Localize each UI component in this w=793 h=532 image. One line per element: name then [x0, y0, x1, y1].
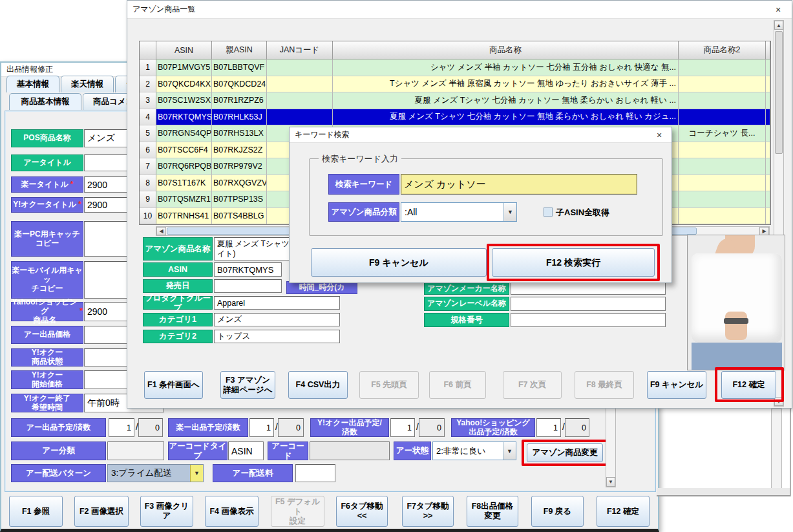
search-dialog-titlebar[interactable]: キーワード検索: [290, 127, 671, 143]
parent-asin-cell[interactable]: B07RKJZS2Z: [212, 142, 267, 159]
product-name2-cell[interactable]: コーチシャツ 長...: [679, 125, 766, 142]
asin-cell[interactable]: B07TQSMZR1: [156, 191, 212, 208]
close-icon[interactable]: ×: [651, 129, 668, 141]
parent-asin-cell[interactable]: B07RHLK53J: [212, 109, 267, 126]
product-group-value[interactable]: Apparel: [214, 296, 340, 310]
code-type-value[interactable]: ASIN: [228, 442, 264, 460]
f8-change-listing-price-button[interactable]: F8出品価格 変更: [467, 496, 518, 527]
tab-basic-info[interactable]: 基本情報: [6, 76, 59, 92]
parent-asin-cell[interactable]: B07TPSP13S: [212, 191, 267, 208]
scroll-up-icon[interactable]: ▲: [774, 21, 783, 30]
f3-clear-image-button[interactable]: F3 画像クリア: [140, 496, 193, 527]
f9-cancel-button[interactable]: F9 キャンセル: [311, 248, 487, 277]
f9-back-button[interactable]: F9 戻る: [531, 496, 584, 527]
product-name-cell[interactable]: シャツ メンズ 半袖 カットソー 七分袖 五分袖 おしゃれ 快適な 無...: [333, 59, 679, 76]
code-input[interactable]: [310, 442, 390, 460]
product-name-cell[interactable]: Tシャツ メンズ 半袖 原宿風 カットソー 無地 ゆったり おおきいサイズ 薄手…: [333, 76, 679, 93]
column-header[interactable]: 商品名称: [333, 41, 679, 59]
tab-product-basic-info[interactable]: 商品基本情報: [9, 93, 81, 110]
amazon-maker-name-value[interactable]: [511, 282, 666, 295]
column-header[interactable]: [766, 41, 770, 59]
asin-cell[interactable]: B07TSCC6F4: [156, 142, 212, 159]
parent-asin-cell[interactable]: B07QKDCD24: [212, 76, 267, 93]
asin-value[interactable]: B07RKTQMYS: [214, 262, 282, 277]
chevron-down-icon[interactable]: ▼: [190, 465, 203, 482]
parent-asin-cell[interactable]: B07TS4BBLG: [212, 208, 267, 225]
amazon-product-change-button[interactable]: アマゾン商品変更: [527, 443, 603, 462]
tab-rakuten-info[interactable]: 楽天情報: [61, 76, 114, 92]
table-row[interactable]: 1B07P1MVGY5B07LBBTQVFシャツ メンズ 半袖 カットソー 七分…: [140, 59, 770, 76]
amazon-category-filter-select[interactable]: :All ▼: [401, 202, 517, 222]
product-name2-cell[interactable]: [679, 175, 766, 192]
jan-code-cell[interactable]: [267, 59, 333, 76]
shipping-pattern-select[interactable]: 3:プライム配送 ▼: [107, 464, 204, 482]
shipping-fee-input[interactable]: [295, 464, 335, 482]
chevron-down-icon[interactable]: ▼: [503, 203, 516, 221]
amazon-category-input[interactable]: [107, 442, 164, 460]
f12-confirm-button[interactable]: F12 確定: [721, 371, 776, 399]
close-icon[interactable]: ×: [770, 4, 787, 16]
product-name-cell[interactable]: 夏服 メンズ Tシャツ 七分袖 カットソー 無地 柔らかい おしゃれ 軽い ..…: [333, 92, 679, 109]
product-name2-cell[interactable]: [679, 208, 766, 225]
amazon-window-titlebar[interactable]: アマゾン商品一覧: [127, 1, 792, 19]
parent-asin-cell[interactable]: B07RP979V2: [212, 158, 267, 175]
count-done-amazon-listing-count[interactable]: 0: [138, 418, 163, 437]
asin-cell[interactable]: B07RQ6RPQB: [156, 158, 212, 175]
f1-browse-button[interactable]: F1 参照: [9, 496, 63, 527]
search-keyword-input[interactable]: メンズ カットソー: [401, 174, 637, 195]
asin-cell[interactable]: B07RGNS4QP: [156, 125, 212, 142]
scrollbar-thumb[interactable]: [775, 31, 783, 154]
standard-number-value[interactable]: [511, 313, 666, 327]
parent-asin-cell[interactable]: B07RHS13LX: [212, 125, 267, 142]
product-name2-cell[interactable]: [679, 76, 766, 93]
f9-cancel-button[interactable]: F9 キャンセル: [647, 371, 706, 399]
jan-code-cell[interactable]: [267, 109, 333, 126]
count-planned-yahoo-shopping-listing-count[interactable]: 1: [536, 418, 561, 437]
asin-cell[interactable]: B07S1T167K: [156, 175, 212, 192]
f7-next-page-button[interactable]: F7 次頁: [503, 371, 562, 399]
product-name2-cell[interactable]: [679, 158, 766, 175]
parent-asin-cell[interactable]: B07R1RZPZ6: [212, 92, 267, 109]
f4-show-image-button[interactable]: F4 画像表示: [205, 496, 259, 527]
asin-cell[interactable]: B07RKTQMYS: [156, 109, 212, 126]
f12-confirm-button[interactable]: F12 確定: [597, 496, 650, 527]
table-row[interactable]: 4B07RKTQMYSB07RHLK53J夏服 メンズ Tシャツ 七分袖 カット…: [140, 109, 770, 126]
f4-csv-export-button[interactable]: F4 CSV出力: [288, 371, 348, 399]
child-asin-checkbox[interactable]: [544, 207, 553, 217]
f6-tab-move-back-button[interactable]: F6タブ移動<<: [336, 496, 388, 527]
f2-select-image-button[interactable]: F2 画像選択: [74, 496, 129, 527]
count-done-rakuten-listing-count[interactable]: 0: [278, 418, 304, 437]
column-header[interactable]: 商品名称2: [679, 41, 766, 59]
edit-panel-scrollbar[interactable]: ▼: [606, 407, 616, 487]
count-planned-amazon-listing-count[interactable]: 1: [109, 418, 134, 437]
asin-cell[interactable]: B07SC1W2SX: [156, 92, 212, 109]
asin-cell[interactable]: B07QKCD4KX: [156, 76, 212, 93]
product-name2-cell[interactable]: [679, 109, 766, 126]
condition-select[interactable]: 2:非常に良い ▼: [432, 442, 516, 460]
asin-cell[interactable]: B07P1MVGY5: [156, 59, 212, 76]
column-header[interactable]: 親ASIN: [212, 41, 267, 59]
amazon-scrollbar-remnant[interactable]: [771, 409, 782, 490]
product-name2-cell[interactable]: [679, 92, 766, 109]
table-row[interactable]: 3B07SC1W2SXB07R1RZPZ6夏服 メンズ Tシャツ 七分袖 カット…: [140, 92, 770, 109]
category2-value[interactable]: トップス: [214, 330, 340, 343]
f3-amazon-detail-page-button[interactable]: F3 アマゾン 詳細ページへ: [220, 371, 275, 399]
parent-asin-cell[interactable]: B07LBBTQVF: [212, 59, 267, 76]
amazon-label-name-value[interactable]: [511, 297, 666, 311]
scroll-left-icon[interactable]: ◀: [156, 227, 166, 235]
column-header[interactable]: [140, 41, 156, 59]
product-name2-cell[interactable]: [679, 191, 766, 208]
count-planned-rakuten-listing-count[interactable]: 1: [249, 418, 274, 437]
f8-last-page-button[interactable]: F8 最終頁: [575, 371, 634, 399]
table-row[interactable]: 2B07QKCD4KXB07QKDCD24Tシャツ メンズ 半袖 原宿風 カット…: [140, 76, 770, 93]
parent-asin-cell[interactable]: B07RXQGVZV: [212, 175, 267, 192]
f7-tab-move-forward-button[interactable]: F7タブ移動>>: [402, 496, 454, 527]
f12-search-execute-button[interactable]: F12 検索実行: [492, 248, 655, 277]
column-header[interactable]: JANコード: [267, 41, 333, 59]
count-done-yahoo-shopping-listing-count[interactable]: 0: [565, 418, 589, 437]
count-done-yahoo-auction-listing-count[interactable]: 0: [419, 418, 445, 437]
jan-code-cell[interactable]: [267, 76, 333, 93]
category1-value[interactable]: メンズ: [214, 313, 340, 326]
f6-prev-page-button[interactable]: F6 前頁: [429, 371, 486, 399]
column-header[interactable]: ASIN: [156, 41, 212, 59]
